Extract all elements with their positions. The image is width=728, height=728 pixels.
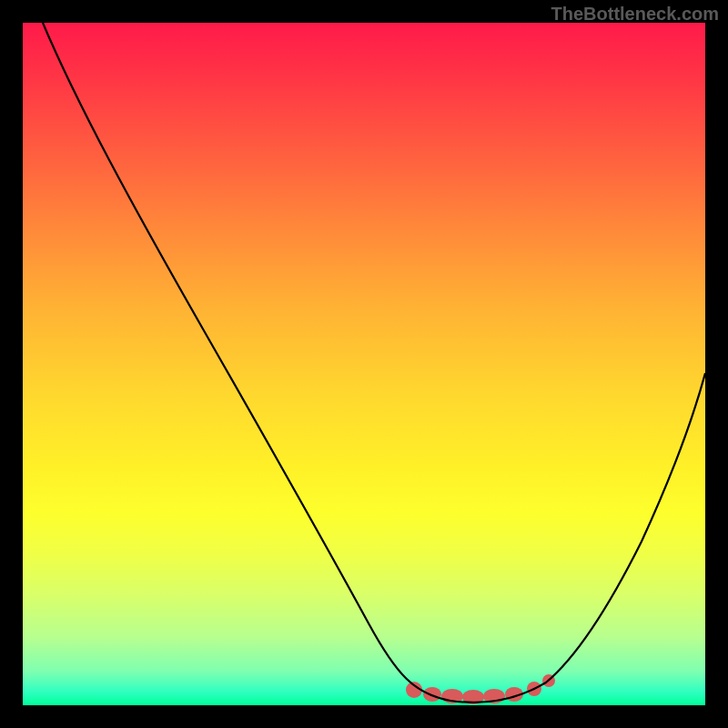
chart-svg bbox=[23, 23, 705, 705]
watermark-text: TheBottleneck.com bbox=[551, 4, 719, 25]
bottleneck-curve-line bbox=[43, 23, 705, 703]
chart-plot-area bbox=[23, 23, 705, 705]
svg-point-1 bbox=[423, 687, 441, 702]
